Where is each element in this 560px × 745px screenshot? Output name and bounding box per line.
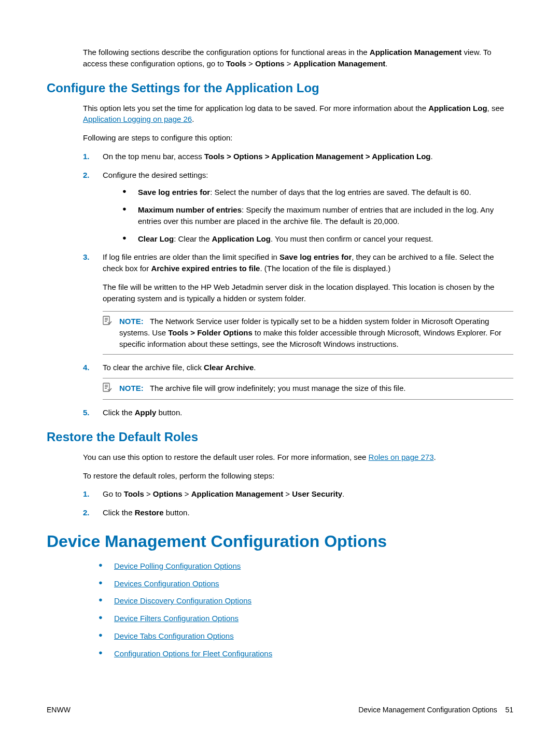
note-block: NOTE: The Network Service user folder is… xyxy=(103,311,513,354)
text: This option lets you set the time for ap… xyxy=(83,104,428,113)
list-marker: 1. xyxy=(83,488,90,500)
footer-left: ENWW xyxy=(47,706,71,714)
text-bold: Application Management xyxy=(293,59,386,68)
text: > xyxy=(246,59,255,68)
list-item: 1. On the top menu bar, access Tools > O… xyxy=(83,151,513,162)
document-page: The following sections describe the conf… xyxy=(0,0,560,745)
list-item: Devices Configuration Options xyxy=(99,578,513,589)
note-label: NOTE: xyxy=(119,317,144,326)
list-marker: 3. xyxy=(83,251,90,263)
text: . You must then confirm or cancel your r… xyxy=(271,234,433,243)
text-bold: Apply xyxy=(135,408,157,417)
paragraph: To restore the default roles, perform th… xyxy=(83,470,513,482)
text-bold: Save log entries for xyxy=(279,252,352,261)
text: > xyxy=(183,489,191,498)
note-icon xyxy=(103,383,112,395)
link-list: Device Polling Configuration Options Dev… xyxy=(99,560,513,659)
link-device-filters[interactable]: Device Filters Configuration Options xyxy=(114,614,239,623)
link-fleet-config[interactable]: Configuration Options for Fleet Configur… xyxy=(114,649,272,658)
link-devices-config[interactable]: Devices Configuration Options xyxy=(114,579,219,588)
link-device-tabs[interactable]: Device Tabs Configuration Options xyxy=(114,631,234,640)
list-item: Save log entries for: Select the number … xyxy=(122,187,513,198)
text: button. xyxy=(164,508,190,517)
note-block: NOTE: The archive file will grow indefin… xyxy=(103,378,513,400)
text: > xyxy=(144,489,153,498)
text: . xyxy=(192,115,194,123)
paragraph: This option lets you set the time for ap… xyxy=(83,103,513,125)
paragraph: Following are steps to configure this op… xyxy=(83,132,513,144)
list-marker: 2. xyxy=(83,170,90,181)
text-bold: Clear Log xyxy=(138,234,174,243)
text-bold: Archive expired entries to file xyxy=(151,264,260,273)
text-bold: Clear Archive xyxy=(204,363,254,372)
list-marker: 4. xyxy=(83,362,90,373)
text: . (The location of the file is displayed… xyxy=(260,264,390,273)
text-bold: Application Management xyxy=(370,48,462,57)
list-item: 2. Configure the desired settings: Save … xyxy=(83,170,513,245)
list-marker: 5. xyxy=(83,407,90,418)
text: > xyxy=(283,489,292,498)
text-bold: Tools > Folder Options xyxy=(168,328,253,337)
list-item: Maximum number of entries: Specify the m… xyxy=(122,204,513,227)
text: : Clear the xyxy=(174,234,212,243)
text-bold: Restore xyxy=(135,508,164,517)
bullet-list: Save log entries for: Select the number … xyxy=(122,187,513,244)
text: You can use this option to restore the d… xyxy=(83,453,369,461)
page-footer: ENWW Device Management Configuration Opt… xyxy=(47,706,513,714)
note-label: NOTE: xyxy=(119,384,144,392)
list-item: Device Tabs Configuration Options xyxy=(99,630,513,642)
heading-restore-default-roles: Restore the Default Roles xyxy=(47,430,513,444)
text: , see xyxy=(487,104,505,113)
list-item: Device Polling Configuration Options xyxy=(99,560,513,572)
text-bold: Options xyxy=(153,489,183,498)
text-bold: Tools > Options > Application Management… xyxy=(204,152,431,161)
link-device-polling[interactable]: Device Polling Configuration Options xyxy=(114,561,241,570)
text-bold: Tools xyxy=(124,489,144,498)
link-roles[interactable]: Roles on page 273 xyxy=(369,453,434,461)
heading-configure-app-log: Configure the Settings for the Applicati… xyxy=(47,81,513,95)
list-item: Device Discovery Configuration Options xyxy=(99,595,513,607)
intro-paragraph: The following sections describe the conf… xyxy=(83,47,513,69)
text-bold: Application Log xyxy=(212,234,271,243)
paragraph: You can use this option to restore the d… xyxy=(83,452,513,463)
list-item: Device Filters Configuration Options xyxy=(99,613,513,624)
text: button. xyxy=(156,408,182,417)
text-bold: Application Log xyxy=(428,104,487,113)
text: . xyxy=(434,453,436,461)
footer-right: Device Management Configuration Options … xyxy=(358,706,513,714)
page-number: 51 xyxy=(505,706,513,714)
note-text: NOTE: The archive file will grow indefin… xyxy=(119,383,513,394)
paragraph: The file will be written to the HP Web J… xyxy=(103,282,513,304)
list-item: 1. Go to Tools > Options > Application M… xyxy=(83,488,513,500)
text-bold: User Security xyxy=(292,489,342,498)
list-item: 4. To clear the archive file, click Clea… xyxy=(83,362,513,400)
note-text: NOTE: The Network Service user folder is… xyxy=(119,316,513,349)
list-item: 2. Click the Restore button. xyxy=(83,507,513,518)
footer-section-title: Device Management Configuration Options xyxy=(358,706,497,714)
list-item: 5. Click the Apply button. xyxy=(83,407,513,418)
text-bold: Options xyxy=(255,59,285,68)
heading-device-mgmt-config: Device Management Configuration Options xyxy=(47,532,513,551)
text-bold: Application Management xyxy=(191,489,284,498)
list-item: 3. If log file entries are older than th… xyxy=(83,251,513,354)
text: . xyxy=(342,489,344,498)
text: Click the xyxy=(103,408,135,417)
text: The following sections describe the conf… xyxy=(83,48,370,57)
text: The archive file will grow indefinitely;… xyxy=(150,384,406,392)
list-item: Configuration Options for Fleet Configur… xyxy=(99,648,513,659)
link-application-logging[interactable]: Application Logging on page 26 xyxy=(83,115,192,123)
text: > xyxy=(285,59,293,68)
text-bold: Save log entries for xyxy=(138,188,210,196)
text: . xyxy=(254,363,256,372)
text: Click the xyxy=(103,508,135,517)
text: To clear the archive file, click xyxy=(103,363,204,372)
list-item: Clear Log: Clear the Application Log. Yo… xyxy=(122,233,513,245)
note-icon xyxy=(103,316,112,328)
text: Go to xyxy=(103,489,124,498)
link-device-discovery[interactable]: Device Discovery Configuration Options xyxy=(114,596,251,605)
text: If log file entries are older than the l… xyxy=(103,252,279,261)
text: . xyxy=(385,59,387,68)
text: On the top menu bar, access xyxy=(103,152,204,161)
text-bold: Tools xyxy=(226,59,246,68)
text: . xyxy=(431,152,433,161)
